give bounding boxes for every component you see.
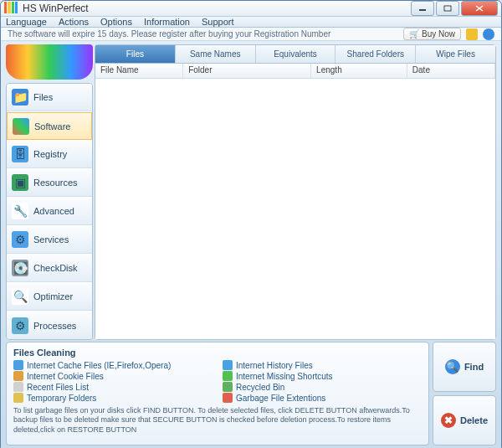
menu-support[interactable]: Support bbox=[202, 17, 234, 27]
tab-same-names[interactable]: Same Names bbox=[176, 45, 256, 63]
menubar: Language Actions Options Information Sup… bbox=[1, 17, 501, 28]
main-content: Files Same Names Equivalents Shared Fold… bbox=[95, 44, 496, 340]
find-button[interactable]: 🔍 Find bbox=[433, 342, 496, 392]
db-icon: 🗄 bbox=[12, 146, 28, 162]
sidebar-item-checkdisk[interactable]: 💽CheckDisk bbox=[7, 255, 92, 282]
titlebar: HS WinPerfect bbox=[1, 1, 501, 17]
delete-icon: ✖ bbox=[441, 413, 456, 428]
sidebar-item-advanced[interactable]: 🔧Advanced bbox=[7, 198, 92, 225]
svg-rect-1 bbox=[444, 6, 451, 11]
cleaning-shortcuts[interactable]: Internet Missing Shortcuts bbox=[223, 371, 422, 381]
tab-shared-folders[interactable]: Shared Folders bbox=[336, 45, 416, 63]
list-icon bbox=[13, 382, 23, 392]
cleaning-recycled[interactable]: Recycled Bin bbox=[223, 382, 422, 392]
gear-icon: ⚙ bbox=[12, 231, 28, 248]
cleaning-recent[interactable]: Recent Files List bbox=[13, 382, 213, 392]
col-filename[interactable]: File Name bbox=[95, 64, 183, 78]
trash-icon bbox=[223, 393, 233, 403]
tab-bar: Files Same Names Equivalents Shared Fold… bbox=[95, 45, 495, 64]
col-date[interactable]: Date bbox=[407, 64, 495, 78]
proc-icon: ⚙ bbox=[12, 317, 28, 334]
menu-information[interactable]: Information bbox=[144, 17, 190, 27]
cleaning-temp[interactable]: Temporary Folders bbox=[13, 393, 213, 403]
sidebar-item-software[interactable]: Software bbox=[7, 112, 92, 140]
sidebar-item-services[interactable]: ⚙Services bbox=[7, 226, 92, 254]
minimize-button[interactable] bbox=[411, 1, 434, 16]
cube-icon bbox=[13, 118, 29, 135]
cleaning-history[interactable]: Internet History Files bbox=[223, 360, 422, 370]
sidebar-item-optimizer[interactable]: 🔍Optimizer bbox=[7, 283, 92, 311]
lock-icon[interactable] bbox=[466, 28, 478, 40]
folder-icon bbox=[13, 393, 23, 403]
col-folder[interactable]: Folder bbox=[183, 64, 311, 78]
notice-text: The software will expire 15 days. Please… bbox=[8, 29, 330, 39]
cleaning-garbage[interactable]: Garbage File Extentions bbox=[223, 393, 422, 403]
maximize-button[interactable] bbox=[436, 1, 459, 16]
globe-icon bbox=[223, 360, 233, 370]
buy-now-button[interactable]: 🛒 Buy Now bbox=[403, 28, 461, 40]
tool-icon: 🔧 bbox=[12, 203, 28, 219]
app-window: HS WinPerfect Language Actions Options I… bbox=[0, 0, 502, 448]
menu-language[interactable]: Language bbox=[6, 17, 47, 27]
col-length[interactable]: Length bbox=[311, 64, 407, 78]
cleaning-cookies[interactable]: Internet Cookie Files bbox=[13, 371, 213, 381]
file-list[interactable] bbox=[95, 79, 495, 339]
cart-icon: 🛒 bbox=[409, 29, 419, 39]
sidebar: 📁Files Software 🗄Registry ▣Resources 🔧Ad… bbox=[6, 83, 93, 340]
chip-icon: ▣ bbox=[12, 174, 28, 191]
menu-actions[interactable]: Actions bbox=[59, 17, 89, 27]
tab-equivalents[interactable]: Equivalents bbox=[256, 45, 336, 63]
tab-files[interactable]: Files bbox=[95, 45, 176, 63]
sidebar-item-processes[interactable]: ⚙Processes bbox=[7, 312, 92, 339]
delete-button[interactable]: ✖ Delete bbox=[433, 395, 496, 445]
bin-icon bbox=[223, 382, 233, 392]
magnify-icon: 🔍 bbox=[445, 359, 460, 374]
sidebar-item-resources[interactable]: ▣Resources bbox=[7, 169, 92, 197]
search-icon: 🔍 bbox=[12, 288, 28, 305]
cleaning-cache[interactable]: Internet Cache Files (IE,Firefox,Opera) bbox=[13, 360, 213, 370]
menu-options[interactable]: Options bbox=[100, 17, 132, 27]
cleaning-help: To list garbage files on your disks clic… bbox=[13, 406, 422, 435]
tab-wipe-files[interactable]: Wipe Files bbox=[416, 45, 495, 63]
app-logo bbox=[6, 44, 93, 80]
shortcut-icon bbox=[223, 371, 233, 381]
window-controls bbox=[411, 1, 498, 16]
globe-icon bbox=[13, 360, 23, 370]
notice-bar: The software will expire 15 days. Please… bbox=[1, 28, 501, 41]
sidebar-item-files[interactable]: 📁Files bbox=[7, 84, 92, 111]
column-headers: File Name Folder Length Date bbox=[95, 64, 495, 79]
close-button[interactable] bbox=[461, 1, 498, 16]
app-icon bbox=[4, 2, 18, 15]
cleaning-panel: Files Cleaning Internet Cache Files (IE,… bbox=[6, 342, 429, 445]
help-icon[interactable] bbox=[483, 28, 494, 40]
folder-icon: 📁 bbox=[12, 89, 28, 106]
window-title: HS WinPerfect bbox=[23, 3, 411, 14]
sidebar-item-registry[interactable]: 🗄Registry bbox=[7, 141, 92, 168]
cookie-icon bbox=[13, 371, 23, 381]
disk-icon: 💽 bbox=[12, 260, 28, 276]
cleaning-title: Files Cleaning bbox=[13, 348, 422, 358]
